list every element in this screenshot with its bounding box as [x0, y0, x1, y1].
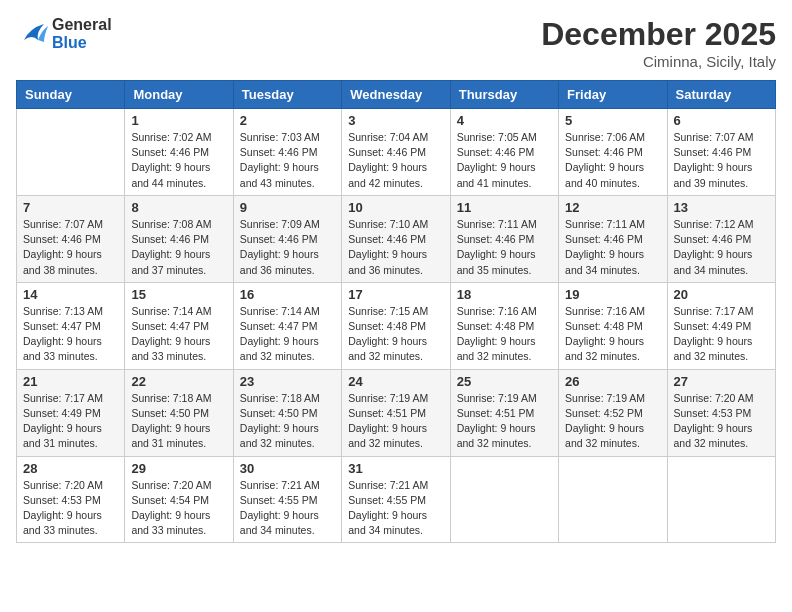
location: Ciminna, Sicily, Italy	[541, 53, 776, 70]
logo: General Blue	[16, 16, 112, 52]
table-row: 12Sunrise: 7:11 AMSunset: 4:46 PMDayligh…	[559, 195, 667, 282]
day-number: 30	[240, 461, 335, 476]
day-info: Sunrise: 7:02 AMSunset: 4:46 PMDaylight:…	[131, 130, 226, 191]
calendar-week-row: 21Sunrise: 7:17 AMSunset: 4:49 PMDayligh…	[17, 369, 776, 456]
table-row	[450, 456, 558, 543]
day-number: 28	[23, 461, 118, 476]
day-number: 19	[565, 287, 660, 302]
day-info: Sunrise: 7:06 AMSunset: 4:46 PMDaylight:…	[565, 130, 660, 191]
table-row: 1Sunrise: 7:02 AMSunset: 4:46 PMDaylight…	[125, 109, 233, 196]
day-number: 25	[457, 374, 552, 389]
table-row: 24Sunrise: 7:19 AMSunset: 4:51 PMDayligh…	[342, 369, 450, 456]
day-number: 12	[565, 200, 660, 215]
day-number: 31	[348, 461, 443, 476]
day-info: Sunrise: 7:18 AMSunset: 4:50 PMDaylight:…	[131, 391, 226, 452]
day-number: 22	[131, 374, 226, 389]
table-row: 25Sunrise: 7:19 AMSunset: 4:51 PMDayligh…	[450, 369, 558, 456]
day-number: 2	[240, 113, 335, 128]
day-info: Sunrise: 7:13 AMSunset: 4:47 PMDaylight:…	[23, 304, 118, 365]
day-number: 18	[457, 287, 552, 302]
day-number: 6	[674, 113, 769, 128]
day-number: 13	[674, 200, 769, 215]
day-info: Sunrise: 7:20 AMSunset: 4:53 PMDaylight:…	[23, 478, 118, 539]
table-row: 31Sunrise: 7:21 AMSunset: 4:55 PMDayligh…	[342, 456, 450, 543]
day-number: 27	[674, 374, 769, 389]
title-area: December 2025 Ciminna, Sicily, Italy	[541, 16, 776, 70]
header-sunday: Sunday	[17, 81, 125, 109]
day-number: 1	[131, 113, 226, 128]
day-number: 10	[348, 200, 443, 215]
day-number: 20	[674, 287, 769, 302]
table-row: 7Sunrise: 7:07 AMSunset: 4:46 PMDaylight…	[17, 195, 125, 282]
day-number: 17	[348, 287, 443, 302]
table-row: 22Sunrise: 7:18 AMSunset: 4:50 PMDayligh…	[125, 369, 233, 456]
day-info: Sunrise: 7:03 AMSunset: 4:46 PMDaylight:…	[240, 130, 335, 191]
table-row: 21Sunrise: 7:17 AMSunset: 4:49 PMDayligh…	[17, 369, 125, 456]
table-row: 17Sunrise: 7:15 AMSunset: 4:48 PMDayligh…	[342, 282, 450, 369]
logo-icon	[16, 20, 48, 48]
day-number: 8	[131, 200, 226, 215]
day-info: Sunrise: 7:14 AMSunset: 4:47 PMDaylight:…	[131, 304, 226, 365]
day-number: 7	[23, 200, 118, 215]
day-number: 15	[131, 287, 226, 302]
day-info: Sunrise: 7:16 AMSunset: 4:48 PMDaylight:…	[565, 304, 660, 365]
header-friday: Friday	[559, 81, 667, 109]
day-info: Sunrise: 7:16 AMSunset: 4:48 PMDaylight:…	[457, 304, 552, 365]
day-number: 4	[457, 113, 552, 128]
table-row: 9Sunrise: 7:09 AMSunset: 4:46 PMDaylight…	[233, 195, 341, 282]
calendar-week-row: 28Sunrise: 7:20 AMSunset: 4:53 PMDayligh…	[17, 456, 776, 543]
day-info: Sunrise: 7:15 AMSunset: 4:48 PMDaylight:…	[348, 304, 443, 365]
day-info: Sunrise: 7:19 AMSunset: 4:51 PMDaylight:…	[348, 391, 443, 452]
table-row: 13Sunrise: 7:12 AMSunset: 4:46 PMDayligh…	[667, 195, 775, 282]
month-title: December 2025	[541, 16, 776, 53]
day-info: Sunrise: 7:04 AMSunset: 4:46 PMDaylight:…	[348, 130, 443, 191]
day-info: Sunrise: 7:07 AMSunset: 4:46 PMDaylight:…	[674, 130, 769, 191]
day-info: Sunrise: 7:05 AMSunset: 4:46 PMDaylight:…	[457, 130, 552, 191]
day-number: 11	[457, 200, 552, 215]
day-info: Sunrise: 7:07 AMSunset: 4:46 PMDaylight:…	[23, 217, 118, 278]
day-info: Sunrise: 7:11 AMSunset: 4:46 PMDaylight:…	[565, 217, 660, 278]
table-row: 5Sunrise: 7:06 AMSunset: 4:46 PMDaylight…	[559, 109, 667, 196]
day-info: Sunrise: 7:21 AMSunset: 4:55 PMDaylight:…	[348, 478, 443, 539]
table-row	[667, 456, 775, 543]
header-saturday: Saturday	[667, 81, 775, 109]
day-number: 23	[240, 374, 335, 389]
table-row: 15Sunrise: 7:14 AMSunset: 4:47 PMDayligh…	[125, 282, 233, 369]
table-row: 23Sunrise: 7:18 AMSunset: 4:50 PMDayligh…	[233, 369, 341, 456]
day-info: Sunrise: 7:12 AMSunset: 4:46 PMDaylight:…	[674, 217, 769, 278]
day-number: 24	[348, 374, 443, 389]
header-monday: Monday	[125, 81, 233, 109]
table-row: 14Sunrise: 7:13 AMSunset: 4:47 PMDayligh…	[17, 282, 125, 369]
day-info: Sunrise: 7:18 AMSunset: 4:50 PMDaylight:…	[240, 391, 335, 452]
table-row: 27Sunrise: 7:20 AMSunset: 4:53 PMDayligh…	[667, 369, 775, 456]
table-row: 30Sunrise: 7:21 AMSunset: 4:55 PMDayligh…	[233, 456, 341, 543]
table-row: 2Sunrise: 7:03 AMSunset: 4:46 PMDaylight…	[233, 109, 341, 196]
logo-text: General Blue	[52, 16, 112, 52]
header-wednesday: Wednesday	[342, 81, 450, 109]
day-number: 29	[131, 461, 226, 476]
calendar-week-row: 1Sunrise: 7:02 AMSunset: 4:46 PMDaylight…	[17, 109, 776, 196]
table-row: 4Sunrise: 7:05 AMSunset: 4:46 PMDaylight…	[450, 109, 558, 196]
table-row: 11Sunrise: 7:11 AMSunset: 4:46 PMDayligh…	[450, 195, 558, 282]
day-number: 16	[240, 287, 335, 302]
day-info: Sunrise: 7:20 AMSunset: 4:53 PMDaylight:…	[674, 391, 769, 452]
day-number: 5	[565, 113, 660, 128]
header-thursday: Thursday	[450, 81, 558, 109]
page-header: General Blue December 2025 Ciminna, Sici…	[16, 16, 776, 70]
table-row: 19Sunrise: 7:16 AMSunset: 4:48 PMDayligh…	[559, 282, 667, 369]
table-row: 3Sunrise: 7:04 AMSunset: 4:46 PMDaylight…	[342, 109, 450, 196]
table-row: 10Sunrise: 7:10 AMSunset: 4:46 PMDayligh…	[342, 195, 450, 282]
day-info: Sunrise: 7:19 AMSunset: 4:51 PMDaylight:…	[457, 391, 552, 452]
day-info: Sunrise: 7:19 AMSunset: 4:52 PMDaylight:…	[565, 391, 660, 452]
day-info: Sunrise: 7:20 AMSunset: 4:54 PMDaylight:…	[131, 478, 226, 539]
table-row: 16Sunrise: 7:14 AMSunset: 4:47 PMDayligh…	[233, 282, 341, 369]
day-number: 21	[23, 374, 118, 389]
day-number: 3	[348, 113, 443, 128]
table-row: 8Sunrise: 7:08 AMSunset: 4:46 PMDaylight…	[125, 195, 233, 282]
day-info: Sunrise: 7:17 AMSunset: 4:49 PMDaylight:…	[674, 304, 769, 365]
table-row: 18Sunrise: 7:16 AMSunset: 4:48 PMDayligh…	[450, 282, 558, 369]
day-info: Sunrise: 7:10 AMSunset: 4:46 PMDaylight:…	[348, 217, 443, 278]
day-info: Sunrise: 7:09 AMSunset: 4:46 PMDaylight:…	[240, 217, 335, 278]
calendar-week-row: 7Sunrise: 7:07 AMSunset: 4:46 PMDaylight…	[17, 195, 776, 282]
day-number: 9	[240, 200, 335, 215]
